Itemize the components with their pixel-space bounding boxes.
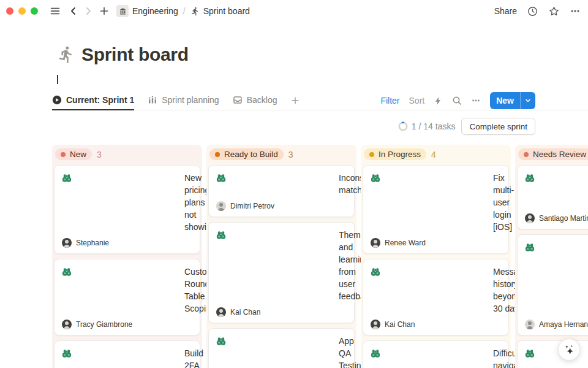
share-button[interactable]: Share: [494, 6, 517, 16]
kanban-board: New3New pricing plans not showingStephan…: [52, 145, 588, 368]
column-header: New3: [54, 148, 200, 165]
assignee-name: Stephanie: [76, 239, 109, 247]
assignee-name: Santiago Martinez: [539, 214, 588, 223]
binoculars-icon: [216, 230, 335, 302]
tab-backlog[interactable]: Backlog: [233, 91, 277, 110]
board-card[interactable]: Fix multi-user login [iOS]Renee Ward: [363, 165, 509, 254]
avatar: [62, 238, 72, 248]
assignee-name: Dimitri Petrov: [230, 202, 274, 210]
column-header: Ready to Build3: [208, 148, 355, 165]
board-card[interactable]: Customer Round Table & ScopingTracy Giam…: [54, 259, 200, 335]
tab-label: Sprint planning: [162, 95, 219, 105]
minimize-window-button[interactable]: [18, 7, 26, 15]
updates-clock-icon[interactable]: [527, 6, 538, 17]
column-status-pill[interactable]: Ready to Build: [209, 148, 284, 160]
board-column-needs-review: Needs ReviewAlgorithm A/B TestingSantiag…: [515, 145, 588, 368]
board-column-in-progress: In Progress4Fix multi-user login [iOS]Re…: [361, 145, 511, 368]
complete-sprint-button[interactable]: Complete sprint: [461, 118, 535, 135]
maximize-window-button[interactable]: [31, 7, 38, 15]
status-dot: [369, 152, 374, 157]
tab-label: Current: Sprint 1: [66, 95, 134, 105]
column-name: In Progress: [379, 150, 421, 159]
board-card[interactable]: New pricing plans not showingStephanie: [54, 165, 200, 254]
column-status-pill[interactable]: New: [55, 148, 92, 160]
card-assignee: Tracy Giambrone: [62, 320, 192, 329]
nav-back-icon[interactable]: [66, 4, 81, 18]
card-assignee: Santiago Martinez: [525, 213, 588, 223]
favorite-star-icon[interactable]: [548, 6, 560, 17]
avatar: [62, 320, 72, 329]
avatar: [371, 320, 380, 329]
status-dot: [524, 152, 529, 157]
board-card[interactable]: Algorithm A/B TestingSantiago Martinez: [517, 165, 588, 229]
card-assignee: Kai Chan: [371, 320, 501, 329]
sprint-status-bar: 1 / 14 tasks Complete sprint: [52, 118, 588, 135]
binoculars-icon: [62, 173, 181, 233]
card-assignee: Amaya Hernandez: [525, 320, 588, 329]
board-column-ready-to-build: Ready to Build3Inconsistent matchesDimit…: [206, 145, 356, 368]
runner-icon: [190, 7, 200, 16]
sprint-progress-ring: [398, 121, 408, 131]
card-title: Fix multi-user login [iOS]: [493, 172, 514, 233]
binoculars-icon: [62, 348, 181, 368]
board-card[interactable]: Inconsistent matchesDimitri Petrov: [208, 165, 355, 217]
page-title[interactable]: Sprint board: [81, 44, 189, 65]
card-assignee: Dimitri Petrov: [216, 201, 347, 211]
board-card[interactable]: Build 2FA for mobileJames Williams: [54, 340, 200, 368]
board-card[interactable]: Message history beyond 30 daysKai Chan: [363, 259, 509, 335]
binoculars-icon: [525, 242, 588, 315]
view-tabs-row: Current: Sprint 1Sprint planningBacklog …: [52, 91, 588, 110]
close-window-button[interactable]: [6, 7, 13, 15]
board-card[interactable]: Themes and learnings from user feedbackK…: [208, 222, 355, 323]
binoculars-icon: [525, 173, 588, 209]
view-more-icon[interactable]: [471, 96, 481, 105]
column-name: New: [70, 150, 86, 159]
board-card[interactable]: Difficulty navigating the platformEmma S…: [363, 340, 509, 368]
add-view-icon[interactable]: [290, 91, 300, 110]
window-controls: [6, 7, 38, 15]
sidebar-toggle-icon[interactable]: [48, 4, 62, 18]
avatar: [216, 307, 226, 317]
column-name: Ready to Build: [224, 150, 278, 159]
tasks-progress-text: 1 / 14 tasks: [412, 121, 456, 131]
card-assignee: Stephanie: [62, 238, 192, 248]
column-count: 3: [288, 150, 293, 159]
tab-current-sprint-1[interactable]: Current: Sprint 1: [52, 91, 134, 110]
runner-icon[interactable]: [57, 45, 75, 64]
breadcrumb: Engineering / Sprint board: [116, 5, 250, 17]
board-card[interactable]: App QA TestingAlice Antonelli: [208, 328, 355, 368]
avatar: [216, 201, 226, 211]
breadcrumb-separator: /: [183, 6, 186, 16]
board-column-new: New3New pricing plans not showingStephan…: [52, 145, 202, 368]
sort-button[interactable]: Sort: [409, 96, 425, 105]
search-icon[interactable]: [452, 96, 462, 105]
assignee-name: Kai Chan: [385, 320, 415, 329]
column-header: In Progress4: [363, 148, 509, 165]
assignee-name: Renee Ward: [385, 239, 426, 247]
breadcrumb-workspace[interactable]: Engineering: [132, 6, 178, 16]
nav-forward-icon[interactable]: [81, 4, 96, 18]
building-icon: [116, 5, 129, 17]
avatar: [371, 238, 380, 248]
filter-button[interactable]: Filter: [380, 96, 399, 105]
assignee-name: Amaya Hernandez: [539, 320, 588, 329]
sprint-play-icon: [52, 95, 62, 105]
column-header: Needs Review: [517, 148, 588, 165]
card-assignee: Renee Ward: [371, 238, 501, 248]
tab-sprint-planning[interactable]: Sprint planning: [148, 91, 219, 110]
board-card[interactable]: Inconsistent user experience across diff…: [517, 234, 588, 335]
column-status-pill[interactable]: Needs Review: [518, 148, 588, 160]
more-options-icon[interactable]: [570, 6, 581, 17]
avatar: [525, 213, 535, 223]
breadcrumb-page[interactable]: Sprint board: [203, 6, 250, 16]
column-status-pill[interactable]: In Progress: [364, 148, 426, 160]
card-assignee: Kai Chan: [216, 307, 347, 317]
status-dot: [61, 152, 66, 157]
new-task-button[interactable]: New: [490, 92, 535, 109]
chevron-down-icon[interactable]: [520, 92, 535, 109]
column-name: Needs Review: [533, 150, 586, 159]
binoculars-icon: [371, 348, 489, 368]
automation-bolt-icon[interactable]: [434, 96, 443, 105]
ai-sparkle-button[interactable]: [558, 339, 580, 361]
new-page-icon[interactable]: [97, 4, 111, 18]
